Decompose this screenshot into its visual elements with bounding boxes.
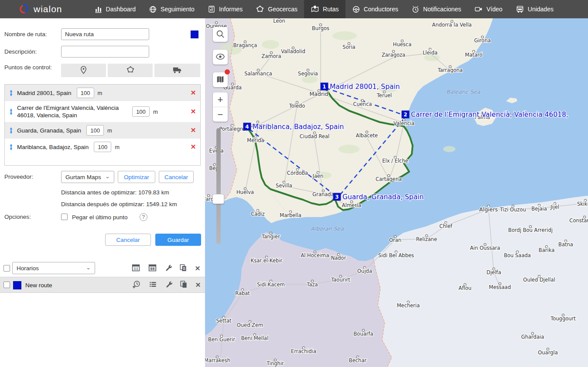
city-label: Settat	[216, 318, 232, 324]
help-icon[interactable]: ?	[140, 213, 147, 221]
checkpoint-radius-input[interactable]	[77, 88, 94, 98]
copy-icon[interactable]	[179, 264, 188, 274]
zoom-in-button[interactable]: +	[213, 92, 228, 107]
nav-item-unidades[interactable]: Unidades	[509, 0, 560, 18]
delete-checkpoint-icon[interactable]: ✕	[190, 126, 197, 134]
reorder-arrows-icon[interactable]	[7, 89, 17, 97]
cancel-button[interactable]: Cancelar	[105, 234, 151, 246]
radius-unit-label: m	[98, 90, 103, 96]
copy-icon[interactable]	[179, 280, 188, 290]
reorder-arrows-icon[interactable]	[7, 108, 17, 116]
morocco-land	[205, 232, 392, 367]
route-color-swatch[interactable]	[191, 31, 198, 38]
steering-wheel-icon	[352, 5, 360, 14]
chevron-down-icon: ⌄	[86, 264, 91, 271]
add-checkpoint-pin-button[interactable]	[61, 64, 106, 77]
nav-item-seguimiento[interactable]: Seguimiento	[142, 0, 201, 18]
city-label: Messaad	[489, 284, 511, 290]
delete-checkpoint-icon[interactable]: ✕	[190, 143, 197, 151]
city-label: Ouled Djellal	[523, 277, 555, 283]
checkpoint-radius-input[interactable]	[132, 106, 150, 117]
city-label: Valencia	[393, 120, 414, 126]
checkpoint-name: Guarda, Granada, Spain	[17, 127, 81, 134]
map-search-button[interactable]	[213, 27, 228, 42]
zoom-slider-track[interactable]	[216, 128, 221, 244]
nav-item-geocercas[interactable]: Geocercas	[249, 0, 304, 18]
schedules-checkbox[interactable]	[3, 265, 10, 272]
add-schedule-icon[interactable]	[132, 280, 141, 290]
route-checkbox[interactable]	[3, 282, 10, 288]
city-label: Cádiz	[251, 211, 265, 217]
city-label: Valladolid	[281, 48, 305, 54]
provider-select[interactable]: Gurtam Maps ⌄	[61, 171, 114, 183]
city-label: Zaragoza	[382, 52, 405, 58]
calendar-grid-icon[interactable]	[131, 263, 140, 274]
nav-item-rutas[interactable]: Rutas	[304, 0, 345, 18]
city-label: Mérida	[247, 137, 264, 143]
map-layers-button[interactable]	[213, 72, 228, 87]
city-label: Granada	[312, 191, 334, 197]
list-icon[interactable]	[149, 280, 157, 290]
city-label: Sidi Bel Abbes	[378, 252, 414, 258]
nav-item-informes[interactable]: Informes	[201, 0, 249, 18]
snap-last-point-label: Pegar el último punto	[72, 214, 128, 221]
checkpoint-row: Mariblanca, Badajoz, Spainm✕	[5, 139, 200, 155]
main-nav: DashboardSeguimientoInformesGeocercasRut…	[88, 0, 560, 18]
route-name-input[interactable]	[61, 28, 149, 40]
checkpoint-radius-input[interactable]	[94, 142, 111, 152]
schedules-select-value: Horarios	[17, 265, 39, 272]
reorder-arrows-icon[interactable]	[7, 127, 17, 134]
checkpoint-name: Madrid 28001, Spain	[17, 89, 72, 97]
city-label: Algiers	[479, 206, 498, 213]
wrench-icon[interactable]	[164, 264, 173, 273]
city-label: Touggourt	[550, 316, 576, 322]
nav-item-dashboard[interactable]: Dashboard	[88, 0, 143, 18]
wialon-logo[interactable]: wialon	[18, 3, 62, 16]
city-label: Relizane	[416, 236, 437, 242]
cancel-optimize-button[interactable]: Cancelar	[159, 171, 194, 183]
options-row: Opciones: Pegar el último punto ?	[0, 213, 205, 223]
route-name-label: Nombre de ruta:	[4, 28, 47, 40]
schedules-row: Horarios ⌄ ✕	[0, 261, 205, 276]
checkpoint-name: Carrer de l'Emigrant Valencià, València …	[17, 104, 127, 119]
nav-item-notificaciones[interactable]: Notificaciones	[405, 0, 468, 18]
delete-schedules-icon[interactable]: ✕	[194, 265, 201, 272]
optimize-button[interactable]: Optimizar	[118, 171, 155, 183]
route-name-row: Nombre de ruta:	[0, 28, 205, 41]
zoom-slider-handle[interactable]	[212, 194, 224, 204]
city-label: Cuenca	[353, 101, 372, 107]
route-list-row[interactable]: New route ✕	[0, 277, 205, 293]
options-label: Opciones:	[4, 213, 31, 221]
snap-last-point-checkbox[interactable]	[61, 214, 68, 220]
city-label: Oran	[389, 237, 401, 243]
reorder-arrows-icon[interactable]	[7, 143, 17, 151]
marker-label: Guarda, Granada, Spain	[342, 193, 424, 201]
nav-item-conductores[interactable]: Conductores	[345, 0, 405, 18]
description-input[interactable]	[61, 46, 149, 58]
svg-text:1: 1	[322, 84, 326, 90]
delete-checkpoint-icon[interactable]: ✕	[190, 108, 197, 116]
schedule-table-icon[interactable]	[148, 263, 157, 274]
schedules-select[interactable]: Horarios ⌄	[12, 262, 95, 274]
delete-checkpoint-icon[interactable]: ✕	[190, 89, 197, 97]
radius-unit-label: m	[153, 109, 158, 115]
nav-item-video[interactable]: Vídeo	[468, 0, 509, 18]
delete-route-icon[interactable]: ✕	[195, 281, 202, 289]
add-checkpoint-unit-button[interactable]	[154, 64, 200, 77]
checkpoint-radius-input[interactable]	[86, 125, 104, 136]
city-label: Marbella	[280, 212, 301, 218]
globe-icon	[149, 5, 157, 14]
marker-label: Carrer de l'Emigrant Valencià, València …	[411, 111, 568, 119]
distance-before-text: Distancia antes de optimizar: 1079.83 km	[61, 189, 169, 196]
map-visibility-button[interactable]	[213, 50, 228, 65]
city-label: Barika	[539, 247, 554, 253]
video-camera-icon	[474, 5, 483, 14]
map-canvas[interactable]: LeonBurgosOurenseBragançaValladolidZamor…	[205, 18, 588, 367]
wrench-icon[interactable]	[165, 280, 173, 290]
zoom-out-button[interactable]: −	[213, 107, 228, 122]
city-label: Jijel	[550, 204, 559, 210]
save-button[interactable]: Guardar	[155, 234, 201, 246]
nav-item-label: Informes	[219, 6, 243, 13]
city-label: Andorra la Vella	[432, 22, 472, 28]
add-checkpoint-geofence-button[interactable]	[108, 64, 153, 77]
